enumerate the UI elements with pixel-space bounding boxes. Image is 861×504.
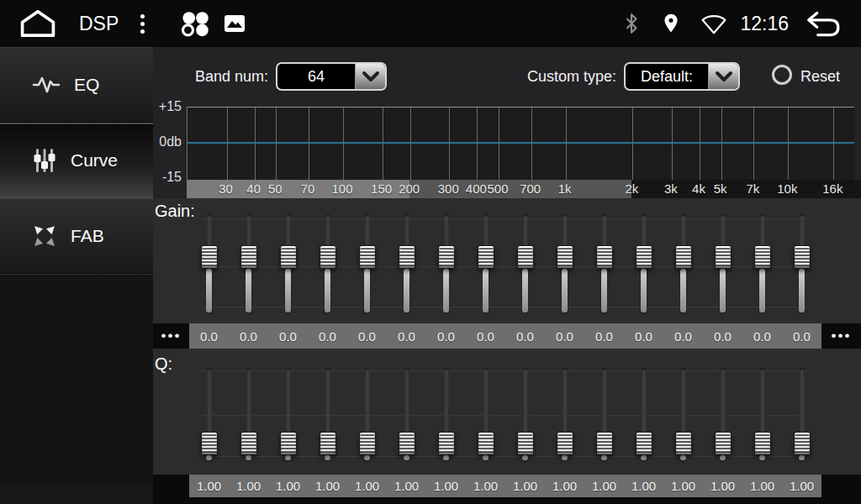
q-slider — [268, 368, 308, 460]
gain-slider — [584, 214, 624, 312]
q-slider-thumb[interactable] — [596, 432, 613, 455]
gain-slider-thumb[interactable] — [320, 245, 336, 269]
gain-scroll-right-button[interactable]: ••• — [821, 323, 861, 349]
gain-slider — [782, 214, 821, 312]
freq-tick-label: 150 — [371, 181, 392, 196]
sidebar-item-eq[interactable]: EQ — [0, 47, 153, 123]
sidebar-item-fab[interactable]: FAB — [0, 198, 153, 274]
q-slider-thumb[interactable] — [359, 432, 376, 455]
freq-tick-label: 2k — [625, 181, 638, 196]
gain-values-strip: 0.00.00.00.00.00.00.00.00.00.00.00.00.00… — [189, 323, 821, 349]
band-num-dropdown[interactable]: 64 — [276, 62, 387, 91]
q-slider-thumb[interactable] — [438, 432, 455, 455]
gain-slider-fill — [799, 269, 805, 312]
gain-slider-thumb[interactable] — [438, 245, 455, 269]
gallery-icon[interactable] — [224, 14, 246, 33]
dsp-app-screen: DSP — [0, 0, 861, 504]
q-slider-thumb[interactable] — [399, 432, 415, 455]
chevron-down-icon[interactable] — [355, 64, 385, 89]
q-slider-thumb[interactable] — [280, 432, 297, 455]
custom-type-dropdown[interactable]: Default: — [624, 62, 740, 91]
freq-gridline — [255, 108, 256, 180]
q-slider-thumb[interactable] — [754, 432, 771, 455]
gain-slider-thumb[interactable] — [201, 245, 218, 269]
freq-tick-label: 4k — [692, 181, 705, 196]
curve-sliders-icon — [32, 147, 57, 174]
gain-slider-thumb[interactable] — [715, 245, 732, 269]
gain-slider-thumb[interactable] — [399, 245, 415, 269]
freq-tick-label: 30 — [219, 181, 233, 196]
kebab-menu-icon[interactable] — [137, 11, 148, 37]
gain-value: 0.0 — [229, 323, 268, 349]
gain-slider-fill — [285, 269, 291, 312]
q-slider-fill — [246, 455, 251, 460]
q-slider-fill — [285, 455, 291, 460]
freq-gridline — [477, 108, 478, 180]
q-slider-thumb[interactable] — [715, 432, 732, 455]
q-slider-fill — [325, 455, 330, 460]
q-value: 1.00 — [308, 475, 347, 497]
gain-slider-thumb[interactable] — [517, 245, 534, 269]
q-slider-thumb[interactable] — [320, 432, 336, 455]
freq-tick-label: 300 — [438, 181, 459, 196]
freq-gridline — [531, 108, 532, 180]
q-value: 1.00 — [268, 475, 308, 497]
custom-type-label: Custom type: — [527, 68, 616, 86]
gain-slider-thumb[interactable] — [754, 245, 771, 269]
gain-slider-thumb[interactable] — [478, 245, 494, 269]
q-slider-thumb[interactable] — [794, 432, 811, 455]
q-value: 1.00 — [387, 475, 426, 497]
q-values-strip: 1.001.001.001.001.001.001.001.001.001.00… — [189, 475, 821, 497]
q-strip-right-box — [821, 475, 861, 497]
gain-slider-fill — [562, 269, 568, 312]
gain-slider-thumb[interactable] — [636, 245, 652, 269]
q-slider-thumb[interactable] — [478, 432, 494, 455]
gain-slider-thumb[interactable] — [596, 245, 613, 269]
freq-gridline — [632, 108, 633, 180]
sidebar-item-label: EQ — [74, 75, 99, 95]
q-slider-thumb[interactable] — [201, 432, 218, 455]
gain-slider-fill — [641, 269, 647, 312]
band-num-value: 64 — [277, 64, 355, 89]
app-title: DSP — [79, 13, 119, 35]
gain-slider-thumb[interactable] — [675, 245, 692, 269]
q-slider-fill — [720, 455, 726, 460]
gain-scroll-left-button[interactable]: ••• — [153, 323, 189, 349]
q-slider — [308, 368, 347, 460]
apps-clover-icon[interactable] — [177, 9, 210, 38]
q-slider-thumb[interactable] — [517, 432, 534, 455]
gain-slider-thumb[interactable] — [280, 245, 297, 269]
q-slider-thumb[interactable] — [240, 432, 257, 455]
q-value: 1.00 — [229, 475, 268, 497]
home-icon[interactable] — [18, 9, 57, 38]
gain-slider-thumb[interactable] — [359, 245, 376, 269]
q-slider-fill — [522, 455, 528, 460]
freq-gridline — [276, 108, 277, 180]
q-slider-thumb[interactable] — [636, 432, 652, 455]
gain-value: 0.0 — [663, 323, 703, 349]
back-arrow-icon[interactable] — [804, 8, 843, 39]
q-slider — [624, 368, 663, 460]
gain-slider — [545, 214, 584, 312]
gain-slider-thumb[interactable] — [557, 245, 573, 269]
gain-value: 0.0 — [308, 323, 347, 349]
graph-panel: Band num: 64 Custom type: Default: Reset… — [153, 47, 861, 198]
q-slider-fill — [483, 455, 489, 460]
q-value: 1.00 — [189, 475, 229, 497]
freq-tick-label: 500 — [487, 181, 508, 196]
freq-tick-label: 16k — [822, 181, 843, 196]
q-value: 1.00 — [347, 475, 387, 497]
q-slider-thumb[interactable] — [557, 432, 573, 455]
sidebar-item-curve[interactable]: Curve — [0, 123, 153, 198]
chevron-down-icon[interactable] — [708, 64, 738, 89]
q-slider-thumb[interactable] — [675, 432, 692, 455]
q-slider — [584, 368, 624, 460]
gain-slider-fill — [404, 269, 409, 312]
gain-slider-fill — [601, 269, 607, 312]
gain-value: 0.0 — [545, 323, 584, 349]
reset-radio[interactable] — [772, 65, 792, 85]
freq-tick-label: 10k — [777, 181, 797, 196]
gain-slider-thumb[interactable] — [240, 245, 257, 269]
q-value: 1.00 — [584, 475, 624, 497]
gain-slider-thumb[interactable] — [794, 245, 811, 269]
